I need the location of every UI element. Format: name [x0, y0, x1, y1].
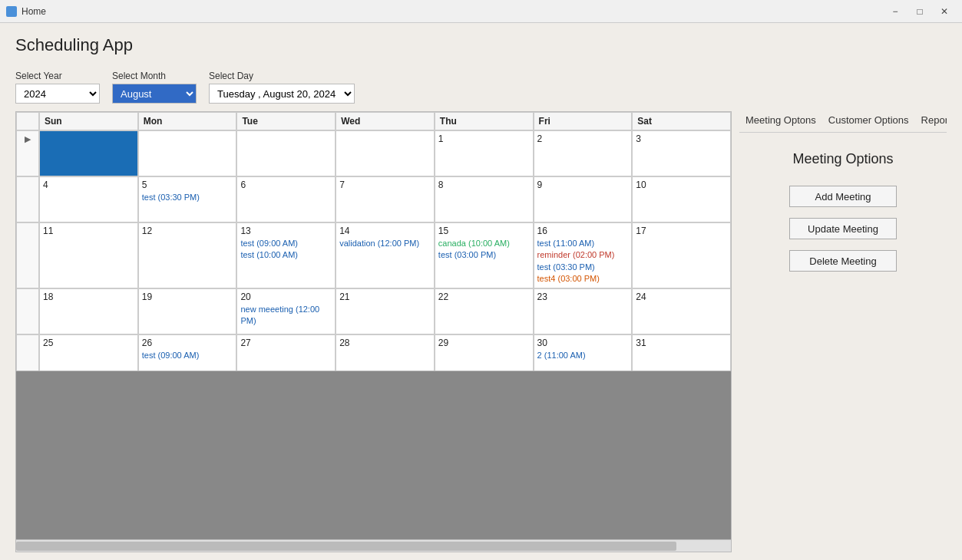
meeting-entry[interactable]: test (03:30 PM)	[142, 192, 233, 203]
minimize-button[interactable]: −	[884, 3, 907, 20]
add-meeting-button[interactable]: Add Meeting	[789, 186, 897, 207]
calendar-day-cell[interactable]: 29	[435, 334, 534, 371]
calendar-day-cell[interactable]: 25	[39, 334, 138, 371]
calendar-day-cell[interactable]: 21	[336, 288, 435, 334]
calendar-day-cell[interactable]: 3	[632, 130, 731, 176]
day-number: 3	[636, 133, 727, 144]
calendar-day-cell[interactable]: 7	[336, 176, 435, 222]
meeting-entry[interactable]: test (10:00 AM)	[240, 249, 332, 261]
calendar-grid: SunMonTueWedThuFriSat▶12345test (03:30 P…	[16, 112, 731, 371]
day-number: 11	[43, 226, 134, 236]
calendar-day-cell[interactable]: 31	[632, 334, 731, 371]
calendar-day-cell[interactable]: 5test (03:30 PM)	[138, 176, 237, 222]
right-tabs: Meeting Optons Customer Options Reports	[739, 111, 947, 133]
maximize-button[interactable]: □	[908, 3, 931, 20]
calendar-day-header: Wed	[336, 112, 435, 130]
main-area: SunMonTueWedThuFriSat▶12345test (03:30 P…	[15, 111, 947, 552]
calendar-day-cell[interactable]: 22	[435, 288, 534, 334]
meeting-entry[interactable]: test (09:00 AM)	[240, 238, 332, 249]
calendar-day-cell[interactable]: 19	[138, 288, 237, 334]
meeting-entry[interactable]: test (03:30 PM)	[537, 262, 629, 273]
calendar-day-header: Sun	[39, 112, 138, 130]
meeting-entry[interactable]: validation (12:00 PM)	[339, 238, 431, 249]
day-number: 23	[537, 292, 629, 302]
day-control-group: Select Day Tuesday , August 20, 2024	[209, 71, 355, 104]
calendar-day-cell[interactable]: 20new meeeting (12:00 PM)	[236, 288, 336, 334]
calendar-day-header: Tue	[236, 112, 336, 130]
day-number: 12	[142, 226, 233, 236]
meeting-entry[interactable]: test (09:00 AM)	[142, 350, 233, 361]
calendar-day-cell[interactable]: 16test (11:00 AM)reminder (02:00 PM)test…	[534, 222, 633, 288]
day-number: 17	[636, 226, 727, 236]
day-number: 15	[438, 226, 530, 236]
calendar-day-header: Thu	[435, 112, 534, 130]
month-select[interactable]: JanuaryFebruaryMarch AprilMayJune JulyAu…	[112, 84, 197, 104]
calendar-day-cell[interactable]: 14validation (12:00 PM)	[336, 222, 435, 288]
day-number: 1	[438, 133, 530, 144]
calendar-day-cell[interactable]: 2	[534, 130, 633, 176]
calendar-day-cell[interactable]: 4	[39, 176, 138, 222]
calendar-day-cell[interactable]: 15canada (10:00 AM)test (03:00 PM)	[435, 222, 534, 288]
delete-meeting-button[interactable]: Delete Meeting	[789, 250, 897, 272]
scrollbar-area[interactable]	[15, 540, 732, 552]
tab-reports[interactable]: Reports	[915, 111, 947, 129]
calendar-day-cell[interactable]: 302 (11:00 AM)	[534, 334, 633, 371]
day-number: 18	[43, 292, 134, 302]
calendar-wrapper: SunMonTueWedThuFriSat▶12345test (03:30 P…	[15, 111, 732, 371]
calendar-day-cell[interactable]: 23	[534, 288, 633, 334]
day-number: 7	[339, 180, 431, 190]
meeting-entry[interactable]: test4 (03:00 PM)	[537, 273, 629, 285]
calendar-day-cell[interactable]	[336, 130, 435, 176]
meeting-entry[interactable]: new meeeting (12:00 PM)	[240, 304, 332, 328]
calendar-day-cell[interactable]: 9	[534, 176, 633, 222]
calendar-day-cell[interactable]: 8	[435, 176, 534, 222]
day-number: 16	[537, 226, 629, 236]
scrollbar-thumb[interactable]	[16, 542, 676, 551]
calendar-day-cell[interactable]	[138, 130, 237, 176]
calendar-day-cell[interactable]: 11	[39, 222, 138, 288]
day-number: 5	[142, 180, 233, 190]
calendar-day-cell[interactable]	[39, 130, 138, 176]
year-label: Select Year	[15, 71, 100, 81]
year-select[interactable]: 2023 2024 2025	[15, 84, 100, 104]
update-meeting-button[interactable]: Update Meeting	[789, 218, 897, 239]
week-indicator	[16, 334, 39, 371]
month-label: Select Month	[112, 71, 197, 81]
day-number: 24	[636, 292, 727, 302]
meeting-entry[interactable]: 2 (11:00 AM)	[537, 350, 629, 361]
calendar-day-cell[interactable]: 17	[632, 222, 731, 288]
title-bar-controls: − □ ✕	[884, 3, 956, 20]
tab-customer-options[interactable]: Customer Options	[822, 111, 915, 129]
week-indicator	[16, 222, 39, 288]
app-title: Scheduling App	[15, 35, 947, 55]
calendar-header-row: SunMonTueWedThuFriSat▶12345test (03:30 P…	[16, 112, 731, 371]
title-bar-title: Home	[21, 6, 46, 17]
calendar-day-cell[interactable]: 24	[632, 288, 731, 334]
calendar-day-cell[interactable]: 12	[138, 222, 237, 288]
calendar-day-cell[interactable]: 28	[336, 334, 435, 371]
day-select[interactable]: Tuesday , August 20, 2024	[209, 84, 355, 104]
calendar-day-cell[interactable]: 13test (09:00 AM)test (10:00 AM)	[236, 222, 336, 288]
calendar-day-cell[interactable]	[236, 130, 336, 176]
meeting-entry[interactable]: canada (10:00 AM)	[438, 238, 530, 249]
week-indicator: ▶	[16, 130, 39, 176]
meeting-entry[interactable]: test (11:00 AM)	[537, 238, 629, 249]
day-number: 6	[240, 180, 332, 190]
close-button[interactable]: ✕	[933, 3, 956, 20]
calendar-day-header: Sat	[632, 112, 731, 130]
meeting-entry[interactable]: reminder (02:00 PM)	[537, 249, 629, 261]
calendar-day-cell[interactable]: 18	[39, 288, 138, 334]
calendar-day-cell[interactable]: 10	[632, 176, 731, 222]
day-number: 19	[142, 292, 233, 302]
day-label: Select Day	[209, 71, 355, 81]
calendar-day-cell[interactable]: 27	[236, 334, 336, 371]
calendar-day-cell[interactable]: 6	[236, 176, 336, 222]
week-col-header	[16, 112, 39, 130]
tab-meeting-options[interactable]: Meeting Optons	[739, 111, 822, 129]
meeting-entry[interactable]: test (03:00 PM)	[438, 249, 530, 261]
calendar-day-cell[interactable]: 26test (09:00 AM)	[138, 334, 237, 371]
week-indicator	[16, 288, 39, 334]
calendar-day-header: Fri	[534, 112, 633, 130]
calendar-day-cell[interactable]: 1	[435, 130, 534, 176]
title-bar-left: Home	[6, 6, 46, 17]
